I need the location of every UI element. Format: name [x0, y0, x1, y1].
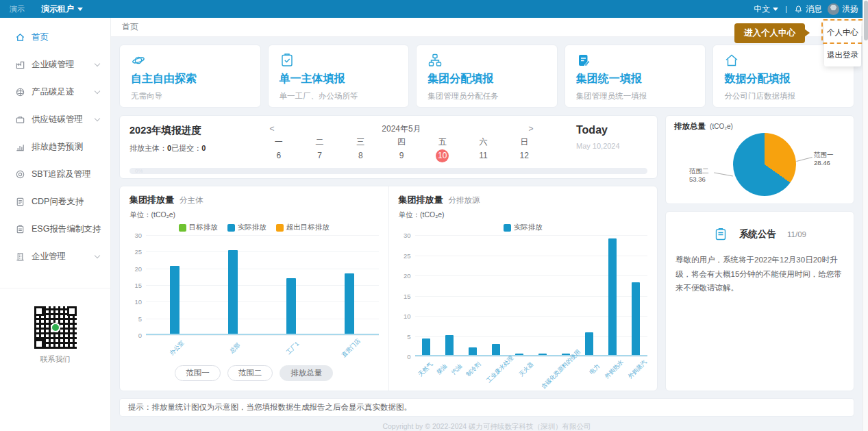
tenant-name: 演示租户 — [41, 3, 74, 15]
today-block: Today May 10,2024 — [545, 123, 647, 162]
sidebar-item-label: CDP问卷支持 — [32, 196, 99, 208]
chart-title: 集团排放量 — [399, 194, 443, 206]
chevron-down-icon — [95, 88, 100, 93]
sidebar-item-supply-chain[interactable]: 供应链碳管理 — [0, 106, 110, 133]
calendar-date-11[interactable]: 11 — [463, 149, 504, 162]
sidebar-item-esg[interactable]: ESG报告编制支持 — [0, 215, 110, 243]
calendar-date-12[interactable]: 12 — [504, 149, 545, 162]
sidebar-item-product-footprint[interactable]: 产品碳足迹 — [0, 78, 110, 106]
tip-bar: 提示：排放量统计图仅为示意图，当您填报数据生成报告之后会显示真实数据图。 — [119, 398, 854, 417]
menu-item-logout[interactable]: 退出登录 — [824, 44, 861, 66]
clipboard-check-icon — [280, 53, 295, 68]
messages-link[interactable]: 消息 — [794, 3, 822, 15]
breadcrumb[interactable]: 首页 — [122, 21, 138, 33]
username: 洪扬 — [842, 3, 858, 15]
y-tick: 15 — [404, 292, 411, 299]
calendar-date-10[interactable]: 10 — [436, 149, 449, 162]
scrollbar-thumb[interactable] — [864, 1, 868, 40]
y-tick: 5 — [138, 315, 142, 322]
y-tick: 25 — [404, 251, 411, 259]
legend-item[interactable]: 实际排放 — [504, 223, 543, 232]
x-label: 直营门店 — [340, 337, 362, 358]
sidebar-item-company-management[interactable]: 企业管理 — [0, 243, 110, 270]
x-label: 电力 — [588, 362, 601, 375]
chart-by-subject: 集团排放量 分主体 单位：(tCO₂e) 目标排放实际排放超出目标排放 0510… — [120, 186, 388, 391]
clipboard-icon — [15, 224, 25, 234]
chart-unit: 单位：(tCO₂e) — [129, 210, 379, 220]
announcement-date: 11/09 — [787, 230, 806, 238]
document-pen-icon — [576, 53, 591, 68]
sidebar-item-enterprise-carbon[interactable]: 企业碳管理 — [0, 51, 110, 78]
x-axis-line — [415, 355, 648, 356]
card-group-unified-report[interactable]: 集团统一填报 集团管理员统一填报 — [565, 45, 706, 108]
enter-personal-center-tooltip: 进入个人中心 — [734, 23, 805, 43]
dashboard-screen: 演示 演示租户 中文 | 消息 洪扬 首页 — [0, 0, 868, 431]
calendar-date-9[interactable]: 9 — [381, 149, 422, 162]
pie-title: 排放总量 — [674, 122, 706, 130]
sidebar-item-label: 企业管理 — [32, 251, 89, 262]
legend-item[interactable]: 实际排放 — [227, 223, 266, 232]
x-label: 外购蒸汽 — [627, 358, 648, 380]
pie-label-scope2: 范围二 53.36 — [689, 167, 709, 184]
calendar-date-8[interactable]: 8 — [340, 149, 381, 162]
y-tick: 5 — [407, 332, 410, 340]
calendar-date-6[interactable]: 6 — [258, 149, 299, 162]
chart-by-source: 集团排放量 分排放源 单位：(tCO₂e) 实际排放 051015202530 — [388, 186, 658, 391]
sidebar-item-label: SBT追踪及管理 — [32, 169, 99, 180]
sidebar-item-cdp[interactable]: CDP问卷支持 — [0, 188, 110, 215]
calendar-next-button[interactable]: > — [517, 124, 545, 134]
chevron-down-icon — [95, 115, 100, 121]
x-label: 制冷剂 — [464, 360, 482, 378]
user-dropdown-menu: 个人中心 退出登录 — [824, 21, 861, 66]
card-single-entity-report[interactable]: 单一主体填报 单一工厂、办公场所等 — [268, 45, 410, 108]
messages-label: 消息 — [806, 3, 822, 15]
chevron-down-icon — [77, 8, 83, 11]
calendar-weekday: 日 — [504, 135, 545, 149]
pill-范围二[interactable]: 范围二 — [227, 365, 273, 381]
group-emission-charts: 集团排放量 分主体 单位：(tCO₂e) 目标排放实际排放超出目标排放 0510… — [119, 186, 658, 391]
tenant-switcher[interactable]: 演示租户 — [41, 3, 83, 15]
pill-范围一[interactable]: 范围一 — [175, 365, 221, 381]
factory-icon — [15, 60, 25, 70]
language-switcher[interactable]: 中文 — [754, 3, 778, 15]
home-icon — [15, 32, 25, 42]
bar-直营门店 — [345, 273, 354, 335]
sidebar-item-sbt[interactable]: SBT追踪及管理 — [0, 160, 110, 188]
sidebar-item-home[interactable]: 首页 — [0, 23, 110, 51]
chevron-down-icon — [95, 252, 100, 258]
progress-stats: 排放主体：0已提交：0 — [129, 143, 258, 153]
card-free-explore[interactable]: 自主自由探索 无需向导 — [119, 45, 261, 108]
card-group-assign-report[interactable]: 集团分配填报 集团管理员分配任务 — [416, 45, 558, 108]
card-title: 单一主体填报 — [280, 72, 398, 86]
x-label: 柴油 — [435, 362, 448, 375]
home-outline-icon — [724, 53, 739, 68]
x-label: 外购热水 — [604, 358, 625, 380]
menu-item-personal-center[interactable]: 个人中心 — [824, 21, 861, 44]
contact-block: 联系我们 — [0, 288, 110, 365]
card-subtitle: 无需向导 — [131, 91, 249, 101]
bar-外购蒸汽 — [632, 282, 640, 356]
sidebar-item-trend-forecast[interactable]: 排放趋势预测 — [0, 133, 110, 160]
sidebar-item-label: 首页 — [32, 32, 99, 43]
legend-item[interactable]: 超出目标排放 — [276, 223, 330, 232]
topbar: 演示 演示租户 中文 | 消息 洪扬 — [0, 0, 868, 18]
quick-cards-row: 自主自由探索 无需向导 单一主体填报 单一工厂、办公场所等 集团分配填报 集团管… — [119, 45, 854, 108]
calendar-prev-button[interactable]: < — [258, 124, 286, 134]
y-axis: 051015202530 — [399, 235, 415, 356]
scope-pills: 范围一范围二排放总量 — [129, 364, 379, 385]
user-menu-trigger[interactable]: 洪扬 — [828, 3, 858, 15]
calendar-date-7[interactable]: 7 — [299, 149, 340, 162]
legend-item[interactable]: 目标排放 — [179, 223, 218, 232]
pie-chart[interactable] — [733, 133, 796, 196]
card-title: 集团分配填报 — [427, 72, 546, 86]
pill-排放总量[interactable]: 排放总量 — [280, 365, 333, 381]
main-area: 首页 自主自由探索 无需向导 单一主体填报 单一工厂、办公场所等 集团分配填报 — [111, 18, 863, 431]
report-progress-panel: 2023年填报进度 排放主体：0已提交：0 < 2024年5月 > — [119, 115, 658, 179]
y-tick: 0 — [407, 353, 410, 360]
x-label: 总部 — [228, 341, 241, 354]
y-axis: 051015202530 — [129, 235, 146, 335]
saturn-icon — [131, 53, 146, 68]
calendar-dates: 6789101112 — [258, 149, 545, 162]
y-tick: 10 — [404, 312, 411, 320]
chevron-down-icon — [773, 8, 778, 11]
